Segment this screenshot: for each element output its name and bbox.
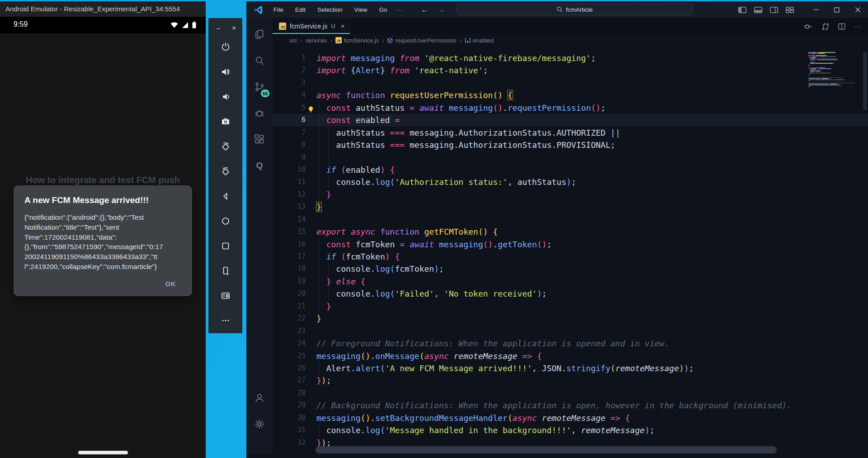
menu-file[interactable]: File [269, 5, 288, 15]
menu-view[interactable]: View [350, 5, 372, 15]
menu-selection[interactable]: Selection [313, 5, 347, 15]
minimap-line [809, 85, 812, 86]
line-number: 10 [273, 164, 306, 176]
volume-down-button[interactable] [208, 84, 242, 109]
activity-extensions[interactable] [246, 127, 273, 151]
breadcrumb-services[interactable]: services [306, 37, 327, 44]
code-line-13: 13} [273, 201, 868, 213]
minimap-line [821, 78, 828, 79]
more-actions-icon[interactable]: ··· [854, 22, 862, 30]
menu-more[interactable]: ··· [392, 6, 408, 14]
code-line-4: 4async function requestUserPermission() … [273, 89, 868, 101]
breadcrumb-fcmservice.js[interactable]: JSfcmService.js [335, 37, 379, 44]
minimap-line [819, 78, 821, 79]
run-debug-icon[interactable] [802, 22, 814, 30]
code-line-2: 2import {Alert} from 'react-native'; [273, 64, 868, 76]
camera-button[interactable] [208, 109, 242, 134]
window-maximize-button[interactable] [826, 1, 847, 18]
code-line-23: 23 [273, 325, 868, 337]
activity-account[interactable] [246, 386, 273, 410]
minimap-line [816, 59, 817, 60]
status-time: 9:59 [14, 20, 28, 28]
indent-guide [319, 151, 319, 164]
activity-quokka[interactable]: Q [246, 154, 273, 177]
menu-edit[interactable]: Edit [291, 5, 310, 15]
back-button[interactable] [208, 184, 242, 208]
line-number: 11 [273, 176, 306, 188]
breadcrumb-enabled[interactable]: enabled [465, 37, 494, 44]
nav-forward-icon[interactable]: → [438, 5, 445, 14]
minimap-line [816, 73, 820, 74]
layout-grid-icon[interactable] [786, 7, 794, 13]
activity-debug[interactable] [246, 101, 273, 125]
activity-settings[interactable] [246, 412, 273, 436]
tab-close-icon[interactable]: × [339, 22, 345, 30]
code-text: // Foreground Notifications: When the ap… [316, 337, 669, 349]
js-file-icon: JS [279, 23, 286, 30]
code-editor[interactable]: 1import messaging from '@react-native-fi… [273, 47, 868, 454]
fold-button[interactable] [208, 258, 242, 283]
ok-button[interactable]: OK [165, 280, 176, 288]
rotate-left-button[interactable] [208, 134, 242, 159]
line-number: 16 [273, 238, 306, 250]
code-text: messaging().setBackgroundMessageHandler(… [316, 412, 630, 424]
home-button[interactable] [208, 208, 242, 233]
emulator-minimize-button[interactable]: – [217, 24, 220, 32]
code-line-26: 26 Alert.alert('A new FCM Message arrive… [273, 362, 868, 374]
minimap-line [808, 78, 812, 79]
minimap-line [811, 67, 814, 68]
horizontal-scrollbar[interactable] [316, 446, 777, 453]
fcm-dialog: A new FCM Message arrived!!! {"notificat… [14, 185, 192, 296]
menu-bar: FileEditSelectionViewGo [269, 5, 392, 15]
volume-up-button[interactable] [208, 59, 242, 84]
code-line-3: 3 [273, 77, 868, 89]
breadcrumb-src[interactable]: src [289, 37, 297, 44]
split-editor-icon[interactable] [837, 22, 846, 30]
vertical-scrollbar[interactable] [863, 52, 867, 110]
activity-explorer[interactable] [246, 23, 273, 46]
code-line-28: 28 [273, 387, 868, 399]
minimap-line [828, 78, 829, 79]
breadcrumb-requestuserpermission[interactable]: requestUserPermission [387, 37, 456, 44]
minimap-line [837, 59, 838, 60]
tab-fcmservice[interactable]: JS fcmService.js U × [273, 18, 350, 34]
code-text: } else { [316, 275, 365, 288]
scm-badge: 68 [261, 90, 269, 97]
activity-search[interactable] [246, 49, 273, 72]
nav-back-icon[interactable]: ← [421, 5, 429, 14]
layout-sidebar-left-icon[interactable] [738, 7, 746, 13]
minimap-line [827, 57, 835, 57]
code-line-30: 30messaging().setBackgroundMessageHandle… [273, 412, 868, 424]
line-number: 30 [273, 412, 306, 424]
emulator-close-button[interactable]: × [232, 24, 236, 32]
line-number: 14 [273, 213, 306, 226]
activity-source-control[interactable]: 68 [246, 75, 273, 99]
more-button[interactable] [208, 308, 242, 333]
code-line-6: 6 const enabled = [273, 114, 868, 126]
wifi-icon [170, 21, 179, 29]
minimap-line [809, 64, 810, 65]
emulator-status-bar: 9:59 [0, 17, 206, 33]
code-line-11: 11 console.log('Authorization status:', … [273, 176, 868, 188]
menu-go[interactable]: Go [375, 5, 392, 15]
layout-panel-icon[interactable] [754, 7, 762, 13]
android-nav-handle[interactable] [78, 451, 128, 454]
contacts-button[interactable] [208, 283, 242, 308]
minimap-line [837, 84, 838, 85]
method-symbol-icon [387, 38, 393, 43]
rotate-right-button[interactable] [208, 159, 242, 184]
tab-label: fcmService.js [290, 23, 327, 30]
power-button[interactable] [208, 34, 242, 59]
dialog-body: {"notification":{"android":{},"body":"Te… [24, 212, 181, 272]
window-close-button[interactable] [847, 1, 868, 18]
line-number: 24 [273, 337, 306, 349]
open-changes-icon[interactable] [821, 22, 830, 30]
window-minimize-button[interactable] [806, 1, 826, 18]
minimap-line [811, 52, 816, 53]
overview-button[interactable] [208, 233, 242, 258]
layout-sidebar-right-icon[interactable] [770, 7, 778, 13]
line-number: 23 [273, 325, 306, 337]
command-center-search[interactable]: fcmArticle [456, 4, 693, 15]
minimap[interactable] [808, 52, 859, 93]
code-text: console.log(fcmToken); [316, 263, 444, 275]
